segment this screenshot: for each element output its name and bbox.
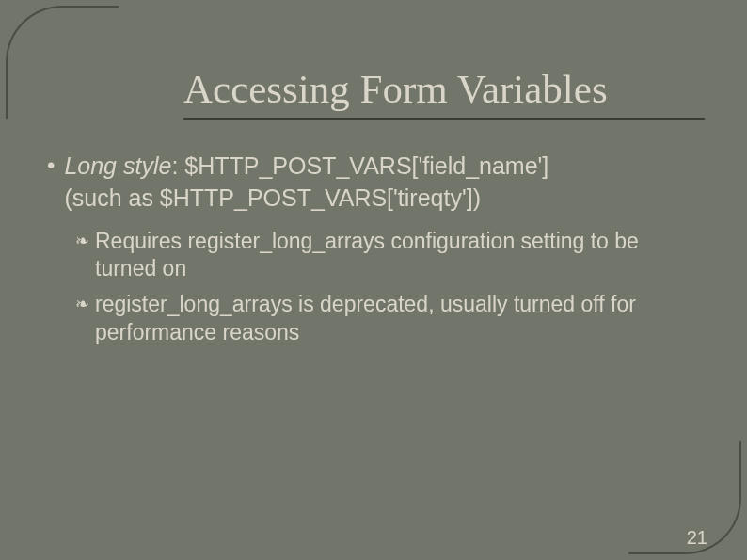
lead-italic: Long style	[64, 152, 171, 179]
paren-close: )	[473, 184, 481, 211]
sub-bullet-text: Requires register_long_arrays configurat…	[95, 228, 705, 284]
sub-bullet-list: ❧ Requires register_long_arrays configur…	[75, 228, 705, 348]
sub-bullet-text: register_long_arrays is deprecated, usua…	[95, 291, 705, 347]
slide-title: Accessing Form Variables	[183, 66, 705, 120]
sub-bullet: ❧ register_long_arrays is deprecated, us…	[75, 291, 705, 347]
corner-decoration-br	[628, 441, 741, 554]
paren-open: (such as	[64, 184, 159, 211]
sub-bullet: ❧ Requires register_long_arrays configur…	[75, 228, 705, 284]
flourish-icon: ❧	[75, 294, 89, 314]
code-2: $HTTP_POST_VARS['tireqty']	[160, 184, 473, 211]
flourish-icon: ❧	[75, 231, 89, 251]
code-1: $HTTP_POST_VARS['field_name']	[184, 152, 548, 179]
main-bullet-text: Long style: $HTTP_POST_VARS['field_name'…	[64, 151, 548, 215]
corner-decoration-tl	[6, 6, 119, 119]
main-bullet: • Long style: $HTTP_POST_VARS['field_nam…	[47, 151, 705, 215]
bullet-dot-icon: •	[47, 152, 55, 179]
slide-content: • Long style: $HTTP_POST_VARS['field_nam…	[47, 151, 705, 355]
page-number: 21	[687, 527, 707, 549]
